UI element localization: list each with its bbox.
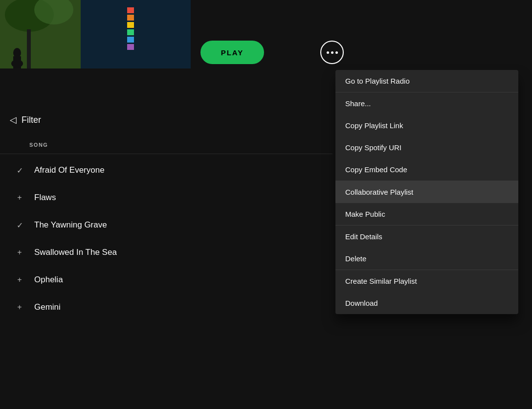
menu-section-4: Create Similar PlaylistDownload — [335, 270, 518, 314]
album-art-right — [81, 0, 191, 68]
song-name: Ophelia — [34, 275, 63, 285]
filter-area: ◁ Filter — [0, 108, 332, 132]
menu-item-1-3[interactable]: Copy Embed Code — [335, 159, 518, 181]
filter-icon: ◁ — [10, 114, 17, 125]
song-item[interactable]: + Flaws — [0, 184, 332, 211]
menu-item-4-0[interactable]: Create Similar Playlist — [335, 270, 518, 292]
svg-rect-3 — [27, 29, 31, 68]
play-button[interactable]: PLAY — [200, 41, 264, 64]
checkmark-icon: ✓ — [10, 166, 29, 175]
song-item[interactable]: + Ophelia — [0, 266, 332, 294]
menu-item-4-1[interactable]: Download — [335, 292, 518, 314]
menu-item-2-0[interactable]: Collaborative Playlist — [335, 181, 518, 203]
menu-section-0: Go to Playlist Radio — [335, 70, 518, 92]
plus-icon: + — [10, 193, 29, 202]
song-item[interactable]: + Swallowed In The Sea — [0, 239, 332, 266]
filter-label: Filter — [22, 115, 41, 125]
svg-rect-10 — [127, 22, 134, 28]
checkmark-icon: ✓ — [10, 221, 29, 230]
song-items-container: ✓ Afraid Of Everyone + Flaws ✓ The Yawni… — [0, 157, 332, 321]
menu-item-1-1[interactable]: Copy Playlist Link — [335, 114, 518, 136]
plus-icon: + — [10, 303, 29, 312]
album-art-left — [0, 0, 81, 68]
svg-rect-13 — [127, 44, 134, 50]
song-item[interactable]: ✓ Afraid Of Everyone — [0, 157, 332, 184]
menu-item-1-2[interactable]: Copy Spotify URI — [335, 136, 518, 159]
context-menu: Go to Playlist RadioShare...Copy Playlis… — [335, 70, 518, 314]
dot-3 — [335, 51, 338, 54]
svg-rect-12 — [127, 37, 134, 43]
dot-1 — [327, 51, 329, 54]
svg-rect-7 — [81, 0, 191, 68]
song-name: Flaws — [34, 193, 56, 203]
song-name: Swallowed In The Sea — [34, 248, 117, 257]
dot-2 — [331, 51, 333, 54]
svg-rect-8 — [127, 7, 134, 13]
menu-item-0-0[interactable]: Go to Playlist Radio — [335, 70, 518, 92]
song-name: Afraid Of Everyone — [34, 165, 105, 175]
menu-item-3-1[interactable]: Delete — [335, 248, 518, 270]
menu-item-3-0[interactable]: Edit Details — [335, 226, 518, 248]
context-menu-content: Go to Playlist RadioShare...Copy Playlis… — [335, 70, 518, 314]
menu-item-2-1[interactable]: Make Public — [335, 203, 518, 225]
more-options-button[interactable] — [320, 41, 344, 64]
menu-item-1-0[interactable]: Share... — [335, 92, 518, 114]
svg-rect-9 — [127, 15, 134, 21]
song-list: SONG ✓ Afraid Of Everyone + Flaws ✓ The … — [0, 142, 332, 321]
song-item[interactable]: ✓ The Yawning Grave — [0, 211, 332, 239]
song-name: The Yawning Grave — [34, 220, 107, 230]
song-list-header: SONG — [0, 142, 332, 154]
menu-section-1: Share...Copy Playlist LinkCopy Spotify U… — [335, 92, 518, 181]
plus-icon: + — [10, 248, 29, 257]
plus-icon: + — [10, 275, 29, 284]
svg-rect-6 — [13, 56, 21, 68]
song-name: Gemini — [34, 302, 61, 312]
svg-rect-11 — [127, 29, 134, 35]
menu-section-3: Edit DetailsDelete — [335, 226, 518, 270]
song-item[interactable]: + Gemini — [0, 294, 332, 321]
play-button-label: PLAY — [221, 48, 244, 57]
menu-section-2: Collaborative PlaylistMake Public — [335, 181, 518, 226]
